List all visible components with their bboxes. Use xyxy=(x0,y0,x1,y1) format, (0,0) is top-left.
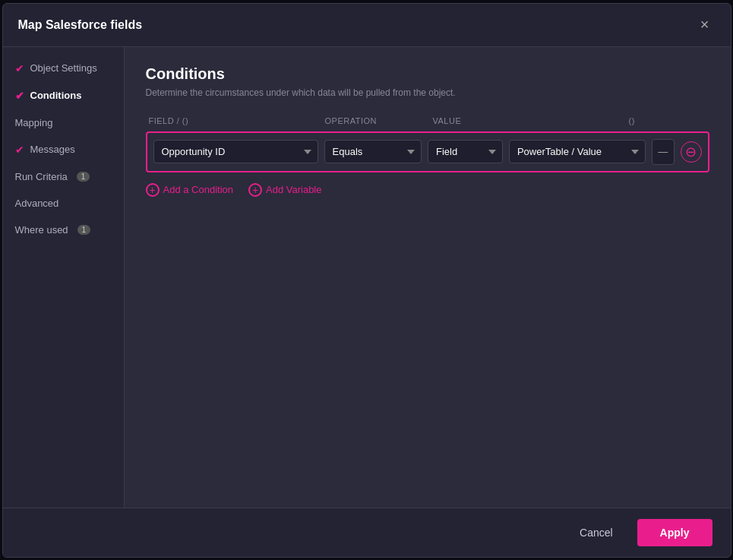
col-header-field: FIELD / () xyxy=(149,116,316,125)
add-actions: + Add a Condition + Add Variable xyxy=(146,183,709,197)
field-select[interactable]: Opportunity ID Account ID Name Stage Amo… xyxy=(153,140,318,163)
add-variable-label: Add Variable xyxy=(266,184,321,195)
modal: Map Salesforce fields × ✔ Object Setting… xyxy=(2,3,731,558)
value-type-select[interactable]: Field Value Variable xyxy=(428,140,503,163)
sidebar-item-label: Where used xyxy=(15,224,68,236)
modal-title: Map Salesforce fields xyxy=(18,18,143,32)
close-button[interactable]: × xyxy=(694,14,716,36)
sidebar-item-object-settings[interactable]: ✔ Object Settings xyxy=(3,55,124,82)
modal-header: Map Salesforce fields × xyxy=(3,4,731,47)
modal-footer: Cancel Apply xyxy=(3,508,731,557)
col-header-parens: () xyxy=(629,116,652,125)
sidebar-item-mapping[interactable]: Mapping xyxy=(3,109,124,136)
sidebar-item-run-criteria[interactable]: Run Criteria 1 xyxy=(3,163,124,190)
main-content: Conditions Determine the circumstances u… xyxy=(125,47,731,508)
col-header-actions xyxy=(661,116,706,125)
page-title: Conditions xyxy=(146,65,709,83)
col-header-value-main xyxy=(518,116,620,125)
sidebar-item-where-used[interactable]: Where used 1 xyxy=(3,217,124,243)
sidebar-item-label: Object Settings xyxy=(30,62,97,74)
where-used-badge: 1 xyxy=(77,225,91,235)
add-condition-button[interactable]: + Add a Condition xyxy=(146,183,234,197)
sidebar-item-conditions[interactable]: ✔ Conditions xyxy=(3,82,124,109)
check-icon: ✔ xyxy=(15,144,24,156)
sidebar-item-label: Advanced xyxy=(15,198,59,209)
paren-button[interactable]: — xyxy=(652,139,675,165)
col-header-operation: OPERATION xyxy=(325,116,424,125)
modal-body: ✔ Object Settings ✔ Conditions Mapping ✔… xyxy=(3,47,731,508)
modal-overlay: Map Salesforce fields × ✔ Object Setting… xyxy=(0,0,733,560)
cancel-button[interactable]: Cancel xyxy=(564,519,628,546)
col-header-value: VALUE xyxy=(433,116,509,125)
run-criteria-badge: 1 xyxy=(77,172,90,182)
sidebar-item-label: Run Criteria xyxy=(15,171,68,182)
sidebar-item-label: Messages xyxy=(30,144,75,155)
add-condition-label: Add a Condition xyxy=(163,184,234,195)
plus-icon: + xyxy=(248,183,262,197)
add-variable-button[interactable]: + Add Variable xyxy=(248,183,321,197)
sidebar-item-label: Conditions xyxy=(30,90,82,101)
operation-select[interactable]: Equals Not Equals Contains Greater Than … xyxy=(324,140,422,163)
value-main-select[interactable]: PowerTable / Value PowerTable / ID Custo… xyxy=(509,140,646,163)
apply-button[interactable]: Apply xyxy=(637,519,712,546)
plus-icon: + xyxy=(146,183,160,197)
content-description: Determine the circumstances under which … xyxy=(146,87,709,98)
column-headers: FIELD / () OPERATION VALUE () xyxy=(146,116,709,125)
check-icon: ✔ xyxy=(15,62,24,74)
sidebar-item-advanced[interactable]: Advanced xyxy=(3,190,124,217)
sidebar: ✔ Object Settings ✔ Conditions Mapping ✔… xyxy=(3,47,125,508)
remove-condition-button[interactable]: ⊖ xyxy=(681,141,702,163)
sidebar-item-messages[interactable]: ✔ Messages xyxy=(3,136,124,163)
condition-row: Opportunity ID Account ID Name Stage Amo… xyxy=(146,131,709,172)
sidebar-item-label: Mapping xyxy=(15,117,53,128)
check-icon: ✔ xyxy=(15,90,24,102)
